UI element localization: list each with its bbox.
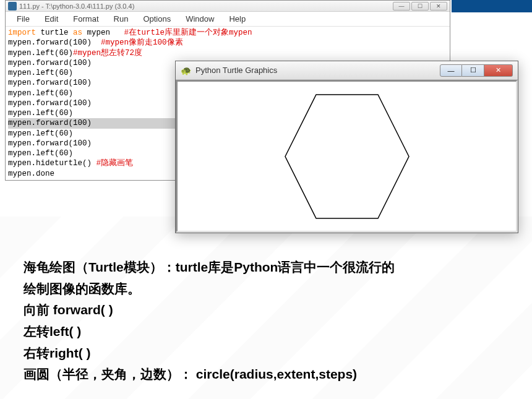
minimize-button[interactable]: — (440, 64, 462, 77)
explain-line: 画圆（半径，夹角，边数）： circle(radius,extent,steps… (24, 364, 507, 385)
explain-line: 右转right( ) (24, 343, 507, 364)
menu-help[interactable]: Help (223, 13, 252, 25)
turtle-window-controls: — ☐ ✕ (440, 64, 513, 77)
code-line: mypen.forward(100) #mypen像前走100像素 (8, 38, 447, 48)
idle-window-title: 111.py - T:\python-3.0.4\111.py (3.0.4) (19, 2, 393, 10)
explain-line: 海龟绘图（Turtle模块）：turtle库是Python语言中一个很流行的绘制… (24, 257, 401, 299)
menu-format[interactable]: Format (67, 13, 105, 25)
svg-marker-0 (285, 95, 409, 218)
menu-edit[interactable]: Edit (38, 13, 64, 25)
explain-line: 左转left( ) (24, 321, 507, 343)
turtle-graphics-window: 🐢 Python Turtle Graphics — ☐ ✕ (175, 61, 518, 233)
close-button[interactable]: ✕ (484, 64, 513, 77)
menu-file[interactable]: File (11, 13, 36, 25)
idle-titlebar[interactable]: 111.py - T:\python-3.0.4\111.py (3.0.4) … (6, 1, 450, 12)
python-icon (8, 2, 17, 11)
maximize-button[interactable]: ☐ (411, 2, 429, 11)
code-line: mypen.left(60)#mypen想左转72度 (8, 48, 447, 58)
explain-line: 向前 forward( ) (24, 299, 507, 321)
hexagon-shape (260, 82, 434, 231)
code-line: import turtle as mypen #在turtle库里新建一个对象m… (8, 28, 447, 38)
close-button[interactable]: ✕ (430, 2, 447, 11)
turtle-icon: 🐢 (181, 66, 191, 75)
blue-corner-decoration (452, 0, 532, 12)
idle-menubar: File Edit Format Run Options Window Help (6, 12, 450, 27)
explanation-text: 海龟绘图（Turtle模块）：turtle库是Python语言中一个很流行的绘制… (24, 257, 507, 385)
menu-run[interactable]: Run (108, 13, 135, 25)
idle-window-controls: — ☐ ✕ (393, 2, 447, 11)
minimize-button[interactable]: — (393, 2, 410, 11)
turtle-canvas (176, 80, 518, 233)
menu-options[interactable]: Options (137, 13, 177, 25)
turtle-window-title: Python Turtle Graphics (195, 66, 440, 75)
menu-window[interactable]: Window (179, 13, 220, 25)
maximize-button[interactable]: ☐ (462, 64, 484, 77)
turtle-titlebar[interactable]: 🐢 Python Turtle Graphics — ☐ ✕ (176, 61, 518, 80)
